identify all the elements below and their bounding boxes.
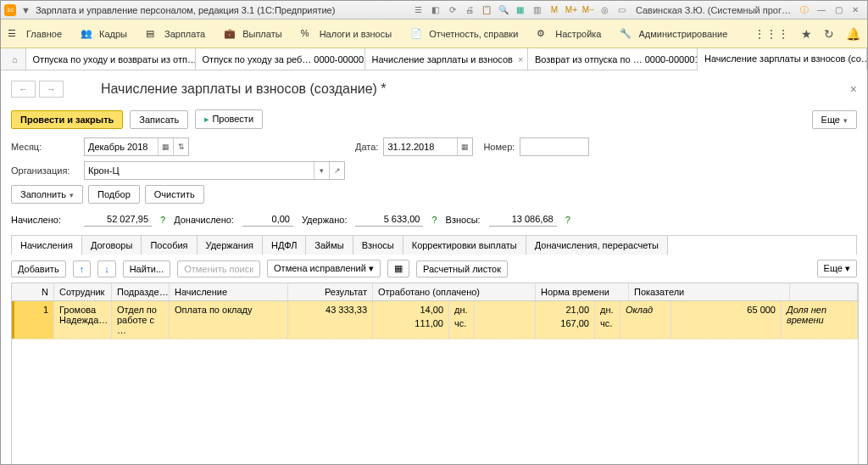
add-row-button[interactable]: Добавить <box>11 261 66 277</box>
tab-contracts[interactable]: Договоры <box>82 236 142 255</box>
undo-corrections-button[interactable]: Отмена исправлений ▾ <box>267 260 381 277</box>
col-department[interactable]: Подразде… <box>112 283 170 300</box>
help-icon[interactable]: ? <box>565 215 570 225</box>
info-icon[interactable]: ⓘ <box>798 3 811 17</box>
calc-icon[interactable]: ▥ <box>531 3 544 17</box>
toolbar-icon[interactable]: ◧ <box>429 3 442 17</box>
tab-extra-accruals[interactable]: Доначисления, перерасчеты <box>526 236 668 255</box>
toolbar-icon[interactable]: 🖨 <box>463 3 476 17</box>
tab-close-icon[interactable]: × <box>518 54 523 64</box>
month-field[interactable]: ▦⇅ <box>84 137 189 156</box>
help-icon[interactable]: ? <box>431 215 437 225</box>
move-down-button[interactable]: ↓ <box>97 261 116 277</box>
post-button[interactable]: ▸ Провести <box>195 109 263 129</box>
document-tabs: ⌂ Отпуска по уходу и возвраты из отп…× О… <box>1 48 867 70</box>
col-worked[interactable]: Отработано (оплачено) <box>373 283 536 300</box>
open-icon[interactable]: ↗ <box>329 162 344 179</box>
bell-icon[interactable]: 🔔 <box>846 27 860 41</box>
m-plus-icon[interactable]: M+ <box>565 3 578 17</box>
number-field[interactable] <box>520 137 589 156</box>
tab-accruals[interactable]: Начисления <box>12 236 82 255</box>
cell-spacer <box>475 301 536 339</box>
move-up-button[interactable]: ↑ <box>73 261 92 277</box>
doc-icon: ▤ <box>146 28 159 40</box>
menu-payments[interactable]: 💼Выплаты <box>224 28 281 40</box>
tab-loans[interactable]: Займы <box>306 236 353 255</box>
tab-deductions[interactable]: Удержания <box>198 236 263 255</box>
help-icon[interactable]: ? <box>160 215 165 225</box>
table-row[interactable]: 1 Громова Надежда… Отдел по работе с … О… <box>12 301 858 339</box>
col-indicators[interactable]: Показатели <box>629 283 790 300</box>
people-icon: 👥 <box>81 28 94 40</box>
menu-admin[interactable]: 🔧Администрирование <box>620 28 727 40</box>
page-close-icon[interactable]: × <box>850 82 857 96</box>
calendar-icon[interactable]: ▦ <box>158 138 173 155</box>
m-icon[interactable]: M <box>548 3 561 17</box>
nav-back-button[interactable]: ← <box>11 81 36 98</box>
tab-corrections[interactable]: Корректировки выплаты <box>403 236 526 255</box>
page-title: Начисление зарплаты и взносов (создание)… <box>101 81 387 97</box>
menu-personnel[interactable]: 👥Кадры <box>81 28 127 40</box>
dropdown-icon[interactable]: ▾ <box>314 162 329 179</box>
star-icon[interactable]: ★ <box>801 27 812 41</box>
tab-contributions[interactable]: Взносы <box>353 236 403 255</box>
tab-payroll-create[interactable]: Начисление зарплаты и взносов (со…× <box>698 48 867 70</box>
toolbar-icon[interactable]: ▭ <box>615 3 629 17</box>
fill-button[interactable]: Заполнить▾ <box>11 185 83 204</box>
pick-button[interactable]: Подбор <box>88 185 140 204</box>
clear-button[interactable]: Очистить <box>145 185 204 204</box>
cell-employee: Громова Надежда… <box>54 301 112 339</box>
find-button[interactable]: Найти... <box>123 261 171 277</box>
col-accrual[interactable]: Начисление <box>170 283 288 300</box>
more-button[interactable]: Еще▾ <box>812 110 857 129</box>
col-norm[interactable]: Норма времени <box>536 283 629 300</box>
extra-value: 0,00 <box>242 212 293 227</box>
calendar-icon[interactable]: ▦ <box>457 138 472 155</box>
tab-benefits[interactable]: Пособия <box>142 236 197 255</box>
minimize-icon[interactable]: — <box>815 3 828 17</box>
wrench-icon: 🔧 <box>620 28 633 40</box>
grid-header: N Сотрудник Подразде… Начисление Результ… <box>12 283 858 301</box>
apps-icon[interactable]: ⋮⋮⋮ <box>754 27 789 41</box>
menu-main[interactable]: ☰Главное <box>8 28 62 40</box>
cell-n: 1 <box>12 301 54 339</box>
tab-ndfl[interactable]: НДФЛ <box>263 236 306 255</box>
toolbar-icon[interactable]: ◎ <box>598 3 612 17</box>
col-employee[interactable]: Сотрудник <box>54 283 112 300</box>
toolbar-icon[interactable]: ☰ <box>412 3 426 17</box>
maximize-icon[interactable]: ▢ <box>832 3 845 17</box>
close-icon[interactable]: ✕ <box>849 3 862 17</box>
app-menu-dropdown[interactable]: ▼ <box>21 5 31 15</box>
toolbar-icon[interactable]: ⟳ <box>446 3 459 17</box>
calendar-icon[interactable]: ▦ <box>514 3 527 17</box>
spinner-icon[interactable]: ⇅ <box>173 138 188 155</box>
tab-leave-care[interactable]: Отпуск по уходу за реб… 0000-000001× <box>196 48 365 70</box>
write-button[interactable]: Записать <box>130 110 188 129</box>
menu-settings[interactable]: ⚙Настройка <box>537 28 601 40</box>
cell-indicator: Оклад <box>620 301 671 339</box>
org-field[interactable]: ▾↗ <box>84 161 345 180</box>
menu-salary[interactable]: ▤Зарплата <box>146 28 205 40</box>
tab-payroll[interactable]: Начисление зарплаты и взносов× <box>365 48 528 70</box>
month-label: Месяц: <box>11 142 79 152</box>
col-n[interactable]: N <box>12 283 54 300</box>
tabs-home-icon[interactable]: ⌂ <box>4 48 26 70</box>
col-extra[interactable] <box>790 283 858 300</box>
accrued-label: Начислено: <box>11 215 75 225</box>
m-minus-icon[interactable]: M− <box>581 3 595 17</box>
menu-reports[interactable]: 📄Отчетность, справки <box>410 28 518 40</box>
gear-icon: ⚙ <box>537 28 550 40</box>
date-field[interactable]: ▦ <box>383 137 473 156</box>
nav-forward-button[interactable]: → <box>39 81 64 98</box>
grid-more-button[interactable]: Еще ▾ <box>817 260 857 277</box>
menu-taxes[interactable]: %Налоги и взносы <box>301 28 392 40</box>
tab-leave-returns[interactable]: Отпуска по уходу и возвраты из отп…× <box>26 48 196 70</box>
tab-return-leave[interactable]: Возврат из отпуска по … 0000-000001× <box>528 48 698 70</box>
post-and-close-button[interactable]: Провести и закрыть <box>11 110 123 129</box>
col-result[interactable]: Результат <box>288 283 373 300</box>
payslip-button[interactable]: Расчетный листок <box>416 261 508 277</box>
table-icon-button[interactable]: ▦ <box>387 260 409 277</box>
history-icon[interactable]: ↻ <box>824 27 834 41</box>
toolbar-icon[interactable]: 🔍 <box>497 3 510 17</box>
toolbar-icon[interactable]: 📋 <box>480 3 493 17</box>
